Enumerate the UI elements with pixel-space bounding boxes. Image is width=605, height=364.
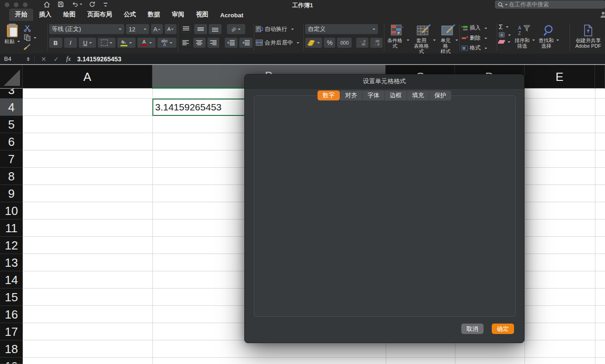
ok-button[interactable]: 确定 [492,324,514,334]
text-effects-button[interactable]: abc A [157,38,176,48]
insert-cells-button[interactable]: 插入 [461,24,496,32]
fill-dropdown-icon [508,35,511,37]
align-left-button[interactable] [180,38,192,48]
increase-decimal-button[interactable]: ←.0.00 [356,38,368,48]
name-box-stepper[interactable] [25,56,31,62]
share-user-icon[interactable] [599,11,605,18]
cancel-entry-icon[interactable]: ✕ [41,55,46,63]
align-bottom-button[interactable] [209,24,222,34]
search-input[interactable]: 在工作表中搜索 [495,0,605,9]
insert-function-icon[interactable]: fx [66,55,71,63]
borders-icon [101,40,108,46]
increase-font-size-button[interactable]: A [151,24,163,34]
ribbon-tab-公式[interactable]: 公式 [118,9,142,21]
decrease-font-size-button[interactable]: A [165,24,176,34]
fill-down-button[interactable] [499,32,511,38]
find-select-button[interactable]: 查找和 选择 [539,24,559,49]
ribbon-tab-数据[interactable]: 数据 [142,9,166,21]
name-box[interactable]: B4 [0,55,25,62]
row-header-8[interactable]: 8 [0,168,23,185]
autosum-button[interactable]: Σ [499,24,511,30]
decrease-indent-button[interactable] [225,38,237,48]
orientation-button[interactable]: ab [227,24,245,34]
dialog-tab-对齐[interactable]: 对齐 [340,90,362,100]
font-name-combo[interactable]: 等线 (正文) [49,24,124,34]
ribbon-tab-绘图[interactable]: 绘图 [57,9,81,21]
font-size-combo[interactable]: 12 [126,24,149,34]
decrease-decimal-button[interactable]: .00→.0 [370,38,383,48]
format-as-table-button[interactable]: 套用 表格格式 [412,24,436,54]
row-header-18[interactable]: 18 [0,340,23,358]
alignment-buttons-group: ab [180,21,252,54]
merge-center-button[interactable]: 合并后居中 [256,37,302,48]
wrap-text-button[interactable]: 自动换行 [256,24,302,35]
formula-bar-value[interactable]: 3.14159265453 [77,55,121,63]
row-header-12[interactable]: 12 [0,237,23,254]
column-header-E[interactable]: E [524,65,595,89]
underline-button[interactable]: U [79,38,96,48]
clear-button[interactable] [499,40,511,44]
cut-button[interactable] [24,25,36,32]
dialog-tab-边框[interactable]: 边框 [384,90,407,100]
cell-styles-button[interactable]: 单元格 样式 [439,24,458,54]
accounting-format-button[interactable] [305,38,323,48]
format-painter-button[interactable] [24,44,36,50]
create-pdf-button[interactable]: 创建并共享 Adobe PDF [571,24,605,49]
ribbon-tab-审阅[interactable]: 审阅 [166,9,190,21]
conditional-formatting-button[interactable]: ≠ 条件格式 [386,24,409,54]
format-cells-button[interactable]: 格式 [461,44,496,52]
borders-button[interactable] [98,38,115,48]
increase-indent-button[interactable] [239,38,252,48]
row-header-3[interactable]: 3 [0,89,23,99]
row-header-10[interactable]: 10 [0,202,23,219]
row-header-19[interactable]: 19 [0,358,23,364]
merge-center-icon [256,40,263,46]
paste-button[interactable]: 粘贴 [5,24,20,50]
dialog-title[interactable]: 设置单元格格式 [245,75,524,89]
dialog-tab-数字[interactable]: 数字 [318,90,340,100]
row-header-6[interactable]: 6 [0,133,23,150]
ribbon-tab-插入[interactable]: 插入 [33,9,57,21]
bold-button[interactable]: B [49,38,62,48]
ribbon-tab-Acrobat[interactable]: Acrobat [214,10,249,21]
fill-color-button[interactable] [117,38,136,48]
row-header-9[interactable]: 9 [0,185,23,202]
wrap-dropdown-icon [291,29,294,31]
font-size-dropdown-icon [144,29,146,31]
font-size-up-icon [158,27,161,30]
copy-button[interactable] [24,34,36,41]
sort-filter-button[interactable]: AZ 排序和 筛选 [514,24,535,49]
row-header-11[interactable]: 11 [0,219,23,237]
ribbon-tab-开始[interactable]: 开始 [9,9,33,21]
dialog-tab-填充[interactable]: 填充 [407,90,429,100]
row-header-14[interactable]: 14 [0,271,23,289]
row-header-17[interactable]: 17 [0,323,23,340]
percent-style-button[interactable]: % [324,38,335,48]
cancel-button[interactable]: 取消 [461,324,484,334]
italic-button[interactable]: I [64,38,77,48]
comma-style-button[interactable]: 000 [337,38,352,48]
dialog-tab-保护[interactable]: 保护 [429,90,451,100]
row-header-15[interactable]: 15 [0,289,23,306]
font-color-button[interactable]: A [137,38,156,48]
row-header-5[interactable]: 5 [0,116,23,133]
column-header-partial[interactable] [595,65,605,89]
select-all-corner[interactable] [0,65,23,89]
formula-bar: B4 ✕ ✓ fx 3.14159265453 [0,54,605,64]
row-header-13[interactable]: 13 [0,254,23,271]
align-center-button[interactable] [193,38,205,48]
search-placeholder: 在工作表中搜索 [509,1,549,9]
confirm-entry-icon[interactable]: ✓ [54,55,59,63]
row-header-16[interactable]: 16 [0,306,23,323]
ribbon-tab-页面布局[interactable]: 页面布局 [81,9,118,21]
align-right-button[interactable] [207,38,219,48]
align-top-button[interactable] [180,24,192,34]
row-header-4[interactable]: 4 [0,99,23,116]
dialog-tab-字体[interactable]: 字体 [362,90,384,100]
column-header-A[interactable]: A [23,65,152,89]
row-header-7[interactable]: 7 [0,150,23,168]
align-middle-button[interactable] [194,24,207,34]
ribbon-tab-视图[interactable]: 视图 [190,9,214,21]
number-format-combo[interactable]: 自定义 [305,24,378,34]
delete-cells-button[interactable]: 删除 [461,34,496,42]
